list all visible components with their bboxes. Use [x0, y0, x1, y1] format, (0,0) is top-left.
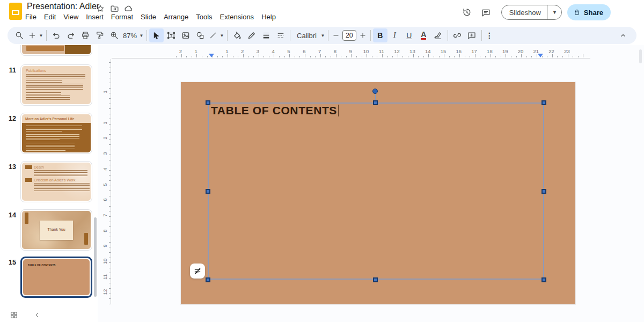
select-tool[interactable] [149, 28, 164, 42]
slide-filmstrip[interactable]: 11Publications12More on Adler's Personal… [0, 45, 98, 322]
menu-extensions[interactable]: Extensions [216, 12, 258, 22]
print-button[interactable] [78, 28, 92, 42]
menu-tools[interactable]: Tools [192, 12, 216, 22]
autofit-indicator-button[interactable] [190, 264, 205, 279]
ruler-tick [305, 54, 305, 57]
indent-marker[interactable] [209, 54, 214, 57]
horizontal-ruler[interactable]: 121234567891011121314151617181920212223 [112, 47, 590, 58]
add-comment-button[interactable] [465, 28, 479, 42]
resize-handle-middle-left[interactable] [206, 189, 210, 194]
menu-edit[interactable]: Edit [40, 12, 60, 22]
fill-color-button[interactable] [230, 28, 244, 42]
zoom-caret[interactable]: ▼ [138, 33, 144, 38]
thumbnail-slide-15[interactable]: TABLE OF CONTENTS [20, 257, 92, 298]
redo-button[interactable] [63, 28, 78, 42]
thumbnail-slide-14[interactable]: Thank You [20, 209, 92, 251]
font-size-input[interactable]: 20 [342, 30, 356, 41]
border-dash-button[interactable] [273, 28, 288, 42]
insert-line-button[interactable] [207, 28, 219, 42]
menu-file[interactable]: File [21, 12, 40, 22]
indent-marker[interactable] [538, 54, 543, 57]
toolbar-separator [227, 30, 228, 41]
rotation-handle[interactable] [372, 89, 378, 94]
underline-button[interactable]: U [402, 28, 416, 42]
ruler-tick [454, 56, 455, 58]
collapse-filmstrip-icon[interactable] [33, 311, 41, 319]
more-options-icon[interactable]: ⋮ [484, 28, 495, 42]
resize-handle-top-center[interactable] [373, 100, 378, 105]
menu-insert[interactable]: Insert [82, 12, 107, 22]
ruler-number: 1 [195, 48, 197, 54]
slide-title-text[interactable]: TABLE OF CONTENTS [211, 104, 339, 117]
ruler-tick [573, 56, 573, 58]
menu-view[interactable]: View [60, 12, 82, 22]
text-box-tool[interactable] [164, 28, 178, 42]
ruler-tick [547, 56, 547, 58]
resize-handle-bottom-left[interactable] [206, 277, 210, 282]
italic-button[interactable]: I [387, 28, 402, 42]
insert-line-caret[interactable]: ▼ [219, 33, 225, 38]
font-family-caret[interactable]: ▼ [320, 33, 326, 38]
menu-slide[interactable]: Slide [137, 12, 160, 22]
search-menus-icon[interactable] [12, 28, 26, 42]
thumbnail-content: DeathCriticism on Adler's Work [22, 163, 91, 201]
ruler-number: 4 [272, 48, 275, 54]
new-slide-caret[interactable]: ▼ [38, 33, 44, 38]
insert-shape-button[interactable] [193, 28, 207, 42]
filmstrip-scrollbar[interactable] [94, 217, 97, 297]
text-color-button[interactable]: A [416, 28, 431, 42]
toolbar-separator [290, 30, 290, 41]
resize-handle-bottom-right[interactable] [541, 277, 546, 282]
insert-link-button[interactable] [450, 28, 465, 42]
textbox-selection-outline[interactable] [208, 103, 544, 280]
undo-button[interactable] [49, 28, 63, 42]
thumbnail-text-lines [26, 84, 83, 91]
font-size-increase-button[interactable] [357, 28, 368, 42]
ruler-tick [521, 54, 522, 57]
resize-handle-top-right[interactable] [541, 100, 546, 105]
ruler-tick [279, 56, 280, 58]
slideshow-button[interactable]: Slideshow [502, 5, 548, 19]
resize-handle-middle-right[interactable] [541, 189, 546, 194]
hide-menus-icon[interactable] [616, 28, 630, 42]
menu-arrange[interactable]: Arrange [160, 12, 192, 22]
ruler-number: 16 [456, 48, 462, 54]
border-color-button[interactable] [244, 28, 259, 42]
comment-history-icon[interactable] [479, 5, 494, 20]
zoom-in-icon[interactable] [107, 28, 121, 42]
menu-help[interactable]: Help [258, 12, 280, 22]
resize-handle-top-left[interactable] [206, 100, 210, 105]
menu-format[interactable]: Format [107, 12, 137, 22]
version-history-icon[interactable] [459, 5, 474, 20]
thumbnail-slide-10-partial[interactable] [20, 45, 92, 56]
resize-handle-bottom-center[interactable] [373, 277, 378, 282]
slide-number: 12 [3, 115, 16, 122]
share-button[interactable]: Share [567, 4, 611, 20]
toolbar-separator [46, 30, 47, 41]
font-size-decrease-button[interactable] [331, 28, 341, 42]
slide-title-label: TABLE OF CONTENTS [211, 104, 337, 116]
new-slide-button[interactable] [26, 28, 38, 42]
ruler-tick [109, 186, 111, 186]
thumbnail-section-heading: Death [25, 165, 87, 169]
bold-button[interactable]: B [373, 28, 387, 42]
highlight-color-button[interactable] [431, 28, 445, 42]
border-weight-button[interactable] [259, 28, 273, 42]
thumbnail-content: Publications [22, 66, 91, 104]
vertical-ruler[interactable]: 1123456789101112 [99, 45, 112, 308]
zoom-value[interactable]: 87% [121, 32, 138, 40]
thumbnail-slide-13[interactable]: DeathCriticism on Adler's Work [20, 161, 92, 202]
ruler-tick [295, 56, 295, 58]
document-title[interactable]: Presentation: Adler [27, 2, 99, 11]
thumbnail-slide-11[interactable]: Publications [20, 64, 92, 106]
font-family-select[interactable]: Calibri [292, 32, 320, 40]
thumbnail-text-lines [26, 96, 70, 101]
slides-app-icon[interactable] [9, 3, 22, 20]
slideshow-options-caret[interactable]: ▼ [548, 5, 561, 19]
canvas-scrollbar[interactable] [639, 49, 642, 63]
ruler-tick [465, 56, 465, 58]
paint-format-button[interactable] [92, 28, 107, 42]
insert-image-button[interactable] [178, 28, 193, 42]
grid-view-icon[interactable] [10, 311, 18, 319]
thumbnail-slide-12[interactable]: More on Adler's Personal Life [20, 113, 92, 154]
